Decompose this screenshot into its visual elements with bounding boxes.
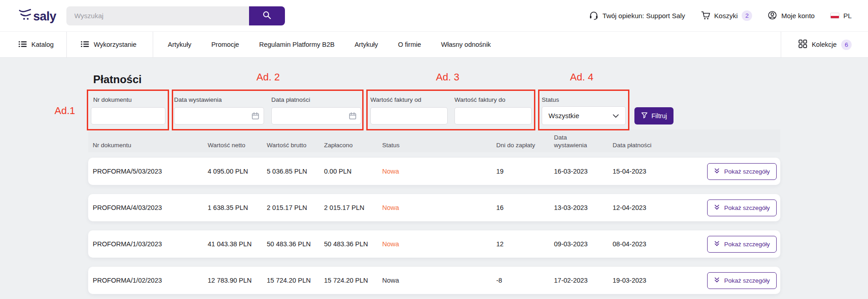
nav-links: Artykuły Promocje Regulamin Platformy B2… bbox=[168, 41, 491, 48]
nav-kolekcje-label: Kolekcje bbox=[812, 41, 837, 48]
cell-wartosc-netto: 1 638.35 PLN bbox=[208, 204, 267, 211]
status-badge: Nowa bbox=[382, 168, 496, 175]
headset-icon bbox=[589, 10, 599, 21]
list-icon bbox=[18, 40, 27, 50]
nav-link[interactable]: Artykuły bbox=[168, 41, 191, 48]
status-badge: Nowa bbox=[382, 277, 496, 284]
payments-table: PROFORMA/5/03/2023 4 095.00 PLN 5 036.85… bbox=[88, 158, 780, 299]
table-row: PROFORMA/1/03/2023 41 043.38 PLN 50 483.… bbox=[88, 230, 780, 258]
cell-data-wystawienia: 13-03-2023 bbox=[554, 204, 613, 211]
nav-katalog-label: Katalog bbox=[31, 41, 54, 48]
cell-wartosc-brutto: 15 724.20 PLN bbox=[267, 277, 324, 284]
logo-text: saly bbox=[33, 10, 56, 23]
data-platnosci-input[interactable] bbox=[271, 107, 361, 125]
cell-zaplacono: 2 015.17 PLN bbox=[324, 204, 382, 211]
nav-wykorzystanie-label: Wykorzystanie bbox=[94, 41, 136, 48]
cell-zaplacono: 50 483.36 PLN bbox=[324, 240, 382, 248]
cart-logo-icon bbox=[18, 9, 32, 23]
cell-nr-dokumentu: PROFORMA/5/03/2023 bbox=[93, 168, 208, 175]
language-switcher[interactable]: PL bbox=[830, 12, 852, 20]
double-chevron-down-icon bbox=[714, 168, 720, 175]
funnel-icon bbox=[641, 112, 648, 120]
col-header-dni-do-zaplaty: Dni do zapłaty bbox=[496, 141, 554, 150]
col-header-wartosc-brutto: Wartość brutto bbox=[267, 141, 324, 150]
filter-button[interactable]: Filtruj bbox=[634, 107, 673, 125]
double-chevron-down-icon bbox=[714, 204, 720, 212]
list-icon bbox=[80, 40, 89, 50]
cell-dni-do-zaplaty: -8 bbox=[496, 277, 554, 284]
cell-data-wystawienia: 16-03-2023 bbox=[554, 168, 613, 175]
cell-data-wystawienia: 17-02-2023 bbox=[554, 277, 613, 284]
cell-wartosc-brutto: 5 036.85 PLN bbox=[267, 168, 324, 175]
status-label: Status bbox=[542, 96, 559, 103]
wartosc-do-input[interactable] bbox=[454, 107, 532, 125]
status-select-value: Wszystkie bbox=[549, 112, 579, 120]
nav-link[interactable]: Promocje bbox=[211, 41, 239, 48]
language-label: PL bbox=[843, 12, 852, 20]
baskets-link[interactable]: Koszyki 2 bbox=[701, 10, 753, 21]
caretaker-link[interactable]: Twój opiekun: Support Saly bbox=[589, 10, 685, 21]
col-header-nr-dokumentu: Nr dokumentu bbox=[93, 141, 208, 150]
cell-data-platnosci: 12-04-2023 bbox=[613, 204, 707, 211]
cell-dni-do-zaplaty: 19 bbox=[496, 168, 554, 175]
caretaker-label: Twój opiekun: Support Saly bbox=[603, 12, 685, 20]
table-row: PROFORMA/1/02/2023 12 783.90 PLN 15 724.… bbox=[88, 267, 780, 294]
baskets-label: Koszyki bbox=[714, 12, 738, 20]
show-details-button[interactable]: Pokaż szczegóły bbox=[707, 199, 777, 216]
cell-wartosc-netto: 12 783.90 PLN bbox=[208, 277, 267, 284]
cell-data-platnosci: 15-04-2023 bbox=[613, 168, 707, 175]
search-bar bbox=[66, 6, 285, 25]
nav-link[interactable]: O firmie bbox=[398, 41, 421, 48]
cell-nr-dokumentu: PROFORMA/1/02/2023 bbox=[93, 277, 208, 284]
nr-dokumentu-input[interactable] bbox=[91, 107, 165, 125]
show-details-label: Pokaż szczegóły bbox=[724, 277, 770, 284]
nav-divider bbox=[153, 32, 153, 57]
double-chevron-down-icon bbox=[714, 277, 720, 284]
nav-link[interactable]: Artykuły bbox=[354, 41, 378, 48]
show-details-button[interactable]: Pokaż szczegóły bbox=[707, 272, 777, 289]
collections-count-badge: 6 bbox=[841, 40, 852, 50]
cell-nr-dokumentu: PROFORMA/1/03/2023 bbox=[93, 240, 208, 248]
show-details-label: Pokaż szczegóły bbox=[724, 204, 770, 211]
nav-link[interactable]: Regulamin Platformy B2B bbox=[259, 41, 334, 48]
double-chevron-down-icon bbox=[714, 240, 720, 248]
search-icon bbox=[262, 10, 272, 21]
saly-logo[interactable]: saly bbox=[18, 9, 56, 23]
nav-wykorzystanie[interactable]: Wykorzystanie bbox=[80, 40, 136, 50]
cell-zaplacono: 15 724.20 PLN bbox=[324, 277, 382, 284]
show-details-button[interactable]: Pokaż szczegóły bbox=[707, 236, 777, 253]
cell-dni-do-zaplaty: 16 bbox=[496, 204, 554, 211]
grid-icon bbox=[798, 40, 807, 50]
wartosc-od-input[interactable] bbox=[370, 107, 448, 125]
nav-divider bbox=[781, 32, 781, 57]
annotation-ad2: Ad. 2 bbox=[244, 71, 292, 83]
cell-dni-do-zaplaty: 12 bbox=[496, 240, 554, 248]
data-platnosci-label: Data płatności bbox=[271, 96, 310, 103]
cell-data-platnosci: 08-04-2023 bbox=[613, 240, 707, 248]
data-wystawienia-input[interactable] bbox=[174, 107, 264, 125]
cell-wartosc-brutto: 2 015.17 PLN bbox=[267, 204, 324, 211]
table-row: PROFORMA/5/03/2023 4 095.00 PLN 5 036.85… bbox=[88, 158, 780, 185]
account-link[interactable]: Moje konto bbox=[768, 10, 814, 21]
nav-kolekcje[interactable]: Kolekcje 6 bbox=[798, 40, 852, 50]
nav-katalog[interactable]: Katalog bbox=[18, 40, 66, 50]
col-header-wartosc-netto: Wartość netto bbox=[208, 141, 267, 150]
page-title: Płatności bbox=[93, 73, 142, 86]
cell-wartosc-brutto: 50 483.36 PLN bbox=[267, 240, 324, 248]
cell-nr-dokumentu: PROFORMA/4/03/2023 bbox=[93, 204, 208, 211]
status-select[interactable]: Wszystkie bbox=[542, 106, 626, 125]
poland-flag-icon bbox=[830, 13, 839, 19]
show-details-button[interactable]: Pokaż szczegóły bbox=[707, 163, 777, 180]
search-button[interactable] bbox=[249, 6, 285, 25]
data-wystawienia-label: Data wystawienia bbox=[174, 96, 222, 103]
filter-button-label: Filtruj bbox=[651, 112, 667, 120]
nav-link[interactable]: Własny odnośnik bbox=[441, 41, 491, 48]
col-header-status: Status bbox=[382, 141, 496, 150]
payments-page: Płatności Ad.1 Ad. 2 Ad. 3 Ad. 4 Nr doku… bbox=[0, 58, 868, 299]
search-input[interactable] bbox=[66, 6, 249, 25]
cell-wartosc-netto: 41 043.38 PLN bbox=[208, 240, 267, 248]
cart-icon bbox=[701, 10, 710, 21]
account-label: Moje konto bbox=[781, 12, 814, 20]
annotation-ad3: Ad. 3 bbox=[424, 71, 471, 83]
show-details-label: Pokaż szczegóły bbox=[724, 241, 770, 248]
